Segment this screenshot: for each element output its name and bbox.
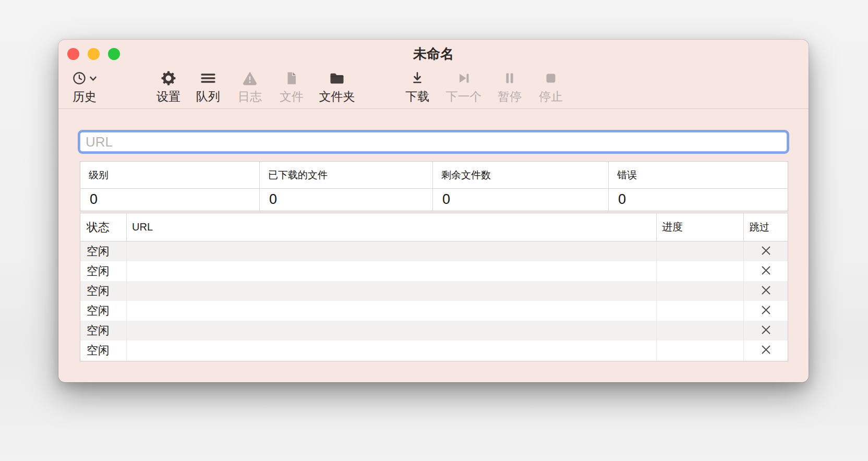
row-status: 空闲 [80,241,126,261]
stats-header-errors[interactable]: 错误 [608,162,788,188]
table-row[interactable]: 空闲 [80,261,788,281]
row-status: 空闲 [80,341,126,360]
row-progress [656,281,743,301]
url-input[interactable] [80,132,787,152]
x-icon [760,264,772,278]
stats-header-level[interactable]: 级别 [80,162,259,188]
table-row[interactable]: 空闲 [80,241,788,261]
toolbar: 历史 [58,40,809,108]
stats-header-remaining[interactable]: 剩余文件数 [432,162,608,188]
toolbar-item-pause[interactable]: 暂停 [489,69,531,104]
toolbar-item-next[interactable]: 下一个 [443,69,485,104]
skip-next-icon [456,71,471,88]
x-icon [760,284,772,298]
row-progress [656,341,743,360]
row-url [126,301,656,321]
toolbar-item-log[interactable]: 日志 [229,69,271,104]
row-progress [656,261,743,281]
chevron-down-icon [89,75,97,84]
queue-header-status[interactable]: 状态 [80,213,126,241]
download-icon [410,71,425,88]
stats-table: 级别 已下载的文件 剩余文件数 错误 0 0 0 0 [80,161,788,211]
table-row[interactable]: 空闲 [80,301,788,321]
row-progress [656,321,743,341]
row-status: 空闲 [80,301,126,321]
toolbar-item-history[interactable]: 历史 [64,69,105,104]
stats-value-level: 0 [80,189,259,210]
stats-value-row: 0 0 0 0 [80,189,788,210]
stats-value-downloaded: 0 [259,189,432,210]
x-icon [760,245,772,258]
queue-header-url[interactable]: URL [126,213,656,241]
stats-header-downloaded[interactable]: 已下载的文件 [259,162,432,188]
app-window: 未命名 历史 [58,40,809,382]
table-row[interactable]: 空闲 [80,341,788,360]
stats-header-row: 级别 已下载的文件 剩余文件数 错误 [80,162,788,189]
skip-button[interactable] [744,281,788,301]
queue-header-row: 状态 URL 进度 跳过 [80,213,788,241]
table-row[interactable]: 空闲 [80,321,788,341]
queue-table: 状态 URL 进度 跳过 空闲 空闲 空闲 空闲 [80,213,788,361]
toolbar-item-stop[interactable]: 停止 [530,69,572,104]
skip-button[interactable] [744,341,788,360]
toolbar-item-queue[interactable]: 队列 [187,69,229,104]
skip-button[interactable] [744,301,788,321]
warning-icon [243,71,257,88]
row-status: 空闲 [80,321,126,341]
skip-button[interactable] [744,241,788,261]
row-url [126,281,656,301]
row-url [126,261,656,281]
row-progress [656,241,743,261]
toolbar-divider [58,108,809,109]
list-icon [201,71,215,88]
row-url [126,241,656,261]
clock-icon [72,71,87,88]
stats-value-remaining: 0 [432,189,608,210]
toolbar-item-folder[interactable]: 文件夹 [316,69,358,104]
toolbar-item-settings[interactable]: 设置 [148,69,189,104]
stats-value-errors: 0 [608,189,788,210]
skip-button[interactable] [744,321,788,341]
skip-button[interactable] [744,261,788,281]
row-progress [656,301,743,321]
row-status: 空闲 [80,281,126,301]
toolbar-item-file[interactable]: 文件 [271,69,312,104]
x-icon [760,324,772,337]
row-status: 空闲 [80,261,126,281]
pause-icon [502,71,517,88]
stop-icon [544,71,558,88]
queue-header-progress[interactable]: 进度 [656,213,743,241]
row-url [126,321,656,341]
folder-icon [329,71,345,88]
file-icon [284,71,299,88]
toolbar-item-download[interactable]: 下载 [396,69,438,104]
x-icon [760,304,772,318]
x-icon [760,344,772,357]
gear-icon [161,71,176,88]
row-url [126,341,656,360]
queue-header-skip[interactable]: 跳过 [743,213,788,241]
table-row[interactable]: 空闲 [80,281,788,301]
